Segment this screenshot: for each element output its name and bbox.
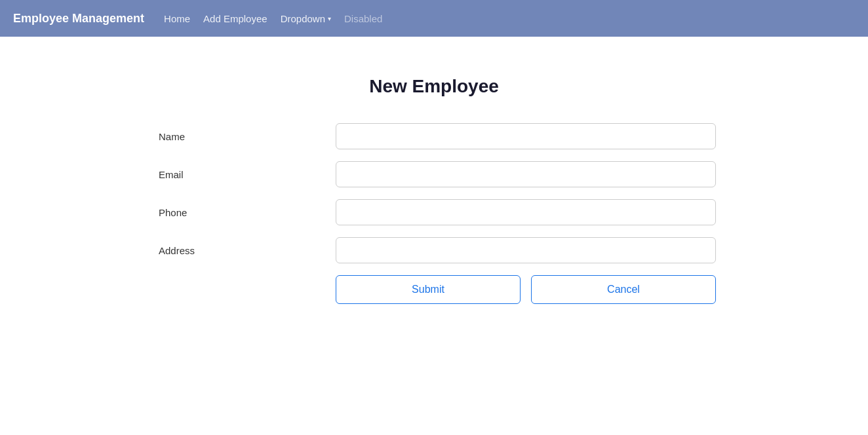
chevron-down-icon: ▾ — [328, 15, 331, 22]
nav-link-add-employee[interactable]: Add Employee — [203, 13, 267, 24]
email-row: Email — [152, 161, 716, 187]
nav-link-disabled: Disabled — [344, 13, 382, 24]
address-row: Address — [152, 237, 716, 263]
address-input[interactable] — [336, 237, 716, 263]
submit-button[interactable]: Submit — [336, 275, 521, 304]
nav-link-home[interactable]: Home — [164, 13, 190, 24]
page-title: New Employee — [369, 76, 499, 97]
form-actions: Submit Cancel — [152, 275, 716, 304]
name-input[interactable] — [336, 123, 716, 149]
nav-brand: Employee Management — [13, 12, 144, 26]
new-employee-form: Name Email Phone Address Submit Cancel — [152, 123, 716, 304]
name-row: Name — [152, 123, 716, 149]
email-input[interactable] — [336, 161, 716, 187]
nav-links: Home Add Employee Dropdown ▾ Disabled — [164, 13, 382, 24]
navbar: Employee Management Home Add Employee Dr… — [0, 0, 868, 37]
nav-dropdown-label: Dropdown — [281, 13, 325, 24]
phone-input[interactable] — [336, 199, 716, 225]
phone-row: Phone — [152, 199, 716, 225]
cancel-button[interactable]: Cancel — [531, 275, 716, 304]
nav-dropdown[interactable]: Dropdown ▾ — [281, 13, 331, 24]
main-content: New Employee Name Email Phone Address Su… — [0, 37, 868, 304]
address-label: Address — [152, 245, 336, 256]
email-label: Email — [152, 169, 336, 180]
name-label: Name — [152, 131, 336, 142]
phone-label: Phone — [152, 207, 336, 218]
